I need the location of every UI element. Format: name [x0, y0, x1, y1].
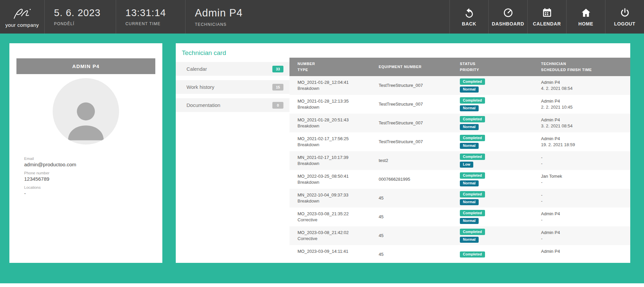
priority-badge: Normal	[460, 143, 479, 149]
table-row[interactable]: MN_2022-10-04_09:37:33 Breakdown 45 Comp…	[289, 189, 630, 208]
priority-badge: Normal	[460, 124, 479, 130]
current-time-block: 13:31:14 CURRENT TIME	[116, 0, 185, 34]
page-title-breadcrumb: TECHNICIANS	[195, 22, 440, 27]
technician-name: Admin P4	[541, 136, 630, 142]
scheduled-finish-time: 3. 2. 2021 08:54	[541, 123, 630, 129]
logout-button-label: LOGOUT	[614, 21, 635, 26]
locations-label: Locations	[24, 185, 152, 189]
power-icon	[620, 7, 630, 18]
table-row[interactable]: MO_2021-01-28_12:04:41 Breakdown TestTre…	[289, 76, 630, 95]
column-header-equipment-number: EQUIPMENT NUMBER	[371, 64, 452, 70]
scheduled-finish-time: 4. 2. 2021 08:54	[541, 85, 630, 92]
status-badge: Completed	[460, 229, 485, 235]
menu-item-calendar[interactable]: Calendar 33	[176, 62, 289, 76]
work-order-type: Breakdown	[298, 142, 371, 148]
technician-card-title: Technician card	[176, 43, 630, 57]
back-button-label: BACK	[462, 21, 476, 26]
calendar-count-badge: 33	[272, 66, 283, 72]
page: your company 5. 6. 2023 PONDĚLÍ 13:31:14…	[0, 0, 644, 287]
phone-value: 123456789	[24, 176, 152, 182]
back-button[interactable]: BACK	[449, 0, 488, 34]
technician-card-menu: Calendar 33 Work history 15 Documentatio…	[176, 62, 289, 116]
table-row[interactable]: MN_2021-02-17_10:17:39 Breakdown test2 C…	[289, 151, 630, 170]
home-button[interactable]: HOME	[566, 0, 605, 34]
current-date: 5. 6. 2023	[54, 7, 106, 18]
current-time: 13:31:14	[125, 7, 176, 18]
priority-badge: Normal	[460, 105, 479, 111]
signature-swoosh-icon	[9, 6, 35, 21]
phone-label: Phone number	[24, 171, 152, 175]
menu-item-label: Documentation	[186, 102, 220, 108]
equipment-number: TestTreeStructure_007	[379, 82, 452, 89]
equipment-number: 45	[379, 233, 452, 239]
technician-name: Jan Tomek	[541, 173, 630, 179]
calendar-icon	[542, 7, 552, 18]
work-order-number: MO_2021-01-28_20:51:43	[298, 117, 371, 123]
home-button-label: HOME	[578, 21, 593, 26]
equipment-number: 45	[379, 195, 452, 201]
logo-text: your company	[5, 22, 39, 28]
menu-item-documentation[interactable]: Documentation 0	[176, 98, 289, 112]
work-history-table: NUMBER TYPE EQUIPMENT NUMBER STATUS PRIO…	[289, 58, 630, 263]
equipment-number: 45	[379, 251, 452, 257]
technician-name-header: ADMIN P4	[16, 58, 155, 74]
table-row[interactable]: MO_2021-02-17_17:56:25 Breakdown TestTre…	[289, 132, 630, 151]
priority-badge: Normal	[460, 199, 479, 205]
work-order-number: MO_2023-03-09_14:11:41	[298, 248, 371, 254]
scheduled-finish-time: 2. 2. 2021 10:45	[541, 104, 630, 110]
table-row[interactable]: MO_2021-01-28_20:51:43 Breakdown TestTre…	[289, 114, 630, 132]
table-row[interactable]: MO_2023-03-09_14:11:41 45 Completed Admi…	[289, 245, 630, 263]
work-order-type: Breakdown	[298, 179, 371, 185]
topbar-buttons: BACK DASHBOARD CALENDAR HOME	[449, 0, 644, 34]
page-title-block: Admin P4 TECHNICIANS	[185, 0, 449, 34]
calendar-button[interactable]: CALENDAR	[527, 0, 566, 34]
status-badge: Completed	[460, 154, 485, 160]
technician-name: -	[541, 192, 630, 198]
logout-button[interactable]: LOGOUT	[605, 0, 644, 34]
work-order-number: MO_2022-03-25_08:50:41	[298, 173, 371, 179]
technician-name: Admin P4	[541, 230, 630, 236]
company-logo[interactable]: your company	[0, 0, 44, 34]
table-row[interactable]: MO_2022-03-25_08:50:41 Breakdown 0007666…	[289, 170, 630, 189]
equipment-number: TestTreeStructure_007	[379, 120, 452, 126]
technician-card-panel: Technician card Calendar 33 Work history…	[176, 43, 630, 263]
locations-value: -	[24, 190, 152, 196]
scheduled-finish-time: -	[541, 161, 630, 167]
current-date-label: PONDĚLÍ	[54, 21, 106, 26]
technician-name: Admin P4	[541, 98, 630, 104]
bottom-strip	[0, 283, 644, 287]
work-order-number: MO_2023-03-08_21:42:02	[298, 230, 371, 236]
menu-item-label: Calendar	[186, 66, 207, 72]
scheduled-finish-time	[541, 254, 630, 261]
equipment-number: test2	[379, 158, 452, 164]
priority-badge: Low	[460, 162, 473, 168]
current-time-label: CURRENT TIME	[125, 21, 176, 26]
work-order-type	[298, 254, 371, 261]
table-row[interactable]: MO_2023-03-08_21:42:02 Corrective 45 Com…	[289, 226, 630, 245]
scheduled-finish-time: -	[541, 236, 630, 242]
status-badge: Completed	[460, 116, 485, 122]
current-date-block: 5. 6. 2023 PONDĚLÍ	[44, 0, 116, 34]
calendar-button-label: CALENDAR	[533, 21, 561, 26]
column-header-status-priority: STATUS PRIORITY	[452, 61, 533, 72]
technician-name: -	[541, 155, 630, 161]
menu-item-label: Work history	[186, 84, 214, 90]
work-order-number: MO_2021-01-28_12:13:35	[298, 98, 371, 104]
status-badge: Completed	[460, 172, 485, 178]
work-order-type: Breakdown	[298, 104, 371, 110]
avatar	[53, 78, 119, 145]
technician-name: Admin P4	[541, 117, 630, 123]
work-order-number: MO_2021-02-17_17:56:25	[298, 136, 371, 142]
table-row[interactable]: MO_2021-01-28_12:13:35 Breakdown TestTre…	[289, 95, 630, 114]
page-title: Admin P4	[195, 7, 440, 19]
column-header-technician-finish: TECHNICIAN SCHEDULED FINISH TIME	[533, 61, 630, 72]
table-row[interactable]: MO_2023-03-08_21:35:22 Corrective 45 Com…	[289, 208, 630, 226]
scheduled-finish-time: 19. 2. 2021 18:59	[541, 142, 630, 148]
back-undo-arrow-icon	[464, 7, 475, 18]
technician-name: Admin P4	[541, 79, 630, 85]
scheduled-finish-time: -	[541, 198, 630, 204]
technician-name: Admin P4	[541, 248, 630, 254]
top-bar: your company 5. 6. 2023 PONDĚLÍ 13:31:14…	[0, 0, 644, 34]
menu-item-work-history[interactable]: Work history 15	[176, 80, 289, 94]
dashboard-button[interactable]: DASHBOARD	[488, 0, 527, 34]
